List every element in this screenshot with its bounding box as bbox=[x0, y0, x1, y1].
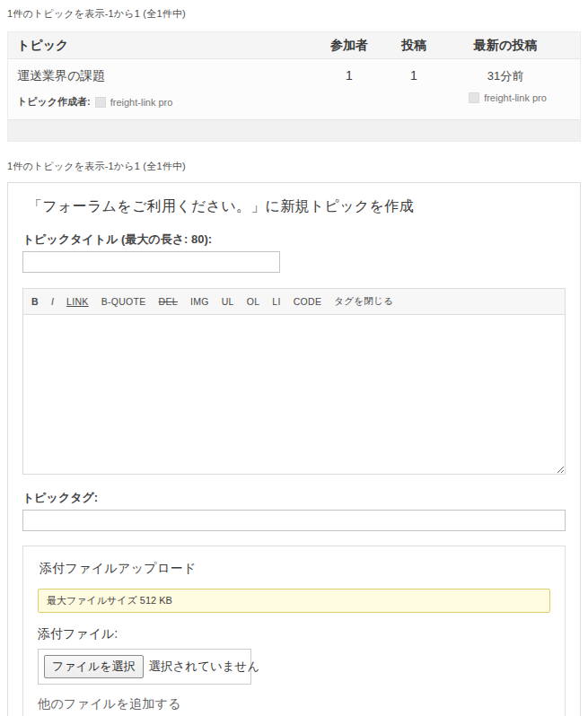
column-header-freshness: 最新の投稿 bbox=[447, 38, 564, 54]
topic-voices-count: 1 bbox=[324, 67, 374, 83]
form-heading: 「フォーラムをご利用ください。」に新規トピックを作成 bbox=[28, 197, 566, 216]
code-button[interactable]: CODE bbox=[294, 296, 322, 307]
del-button[interactable]: DEL bbox=[159, 296, 178, 307]
topic-title-label: トピックタイトル (最大の長さ: 80): bbox=[22, 231, 566, 248]
topic-content-textarea[interactable] bbox=[22, 314, 566, 475]
topics-table-footer bbox=[8, 119, 580, 141]
author-avatar bbox=[95, 97, 106, 108]
li-button[interactable]: LI bbox=[272, 296, 280, 307]
close-tags-button[interactable]: タグを閉じる bbox=[334, 295, 393, 308]
pagination-count-top: 1件のトピックを表示-1から1 (全1件中) bbox=[7, 7, 581, 21]
italic-button[interactable]: I bbox=[51, 296, 54, 307]
choose-file-button[interactable]: ファイルを選択 bbox=[44, 655, 144, 678]
topic-title-link[interactable]: 運送業界の課題 bbox=[17, 68, 105, 84]
topic-author-link[interactable]: freight-link pro bbox=[110, 97, 173, 108]
attachment-fieldset: 添付ファイルアップロード 最大ファイルサイズ 512 KB 添付ファイル: ファ… bbox=[22, 546, 566, 716]
topics-table: トピック 参加者 投稿 最新の投稿 運送業界の課題 トピック作成者: freig… bbox=[7, 31, 581, 142]
attachment-heading: 添付ファイルアップロード bbox=[39, 561, 550, 577]
link-button[interactable]: LINK bbox=[66, 296, 89, 307]
freshness-author-link[interactable]: freight-link pro bbox=[484, 92, 547, 103]
add-another-file-link[interactable]: 他のファイルを追加する bbox=[38, 696, 181, 712]
table-row: 運送業界の課題 トピック作成者: freight-link pro 1 1 31… bbox=[8, 59, 580, 119]
attachment-file-label: 添付ファイル: bbox=[38, 626, 550, 642]
new-topic-form: 「フォーラムをご利用ください。」に新規トピックを作成 トピックタイトル (最大の… bbox=[7, 182, 581, 716]
column-header-voices: 参加者 bbox=[324, 38, 374, 54]
column-header-topic: トピック bbox=[8, 38, 324, 54]
img-button[interactable]: IMG bbox=[190, 296, 209, 307]
pagination-count-bottom: 1件のトピックを表示-1から1 (全1件中) bbox=[7, 160, 581, 173]
topic-tags-input[interactable] bbox=[22, 510, 566, 531]
topic-freshness-link[interactable]: 31分前 bbox=[487, 69, 523, 83]
topic-posts-count: 1 bbox=[389, 67, 439, 83]
blockquote-button[interactable]: B-QUOTE bbox=[101, 296, 146, 307]
file-input-control[interactable]: ファイルを選択 選択されていません bbox=[38, 649, 251, 685]
started-by-label: トピック作成者: bbox=[17, 95, 91, 109]
bold-button[interactable]: B bbox=[31, 296, 39, 307]
ul-button[interactable]: UL bbox=[222, 296, 234, 307]
column-header-posts: 投稿 bbox=[389, 38, 439, 54]
max-file-size-notice: 最大ファイルサイズ 512 KB bbox=[38, 589, 550, 613]
freshness-author-avatar bbox=[469, 92, 479, 103]
freshness-author: freight-link pro bbox=[447, 92, 564, 103]
topic-started-by: トピック作成者: freight-link pro bbox=[17, 95, 324, 109]
topics-table-header: トピック 参加者 投稿 最新の投稿 bbox=[8, 32, 580, 59]
topic-content-editor: B I LINK B-QUOTE DEL IMG UL OL LI CODE タ… bbox=[22, 288, 566, 475]
ol-button[interactable]: OL bbox=[247, 296, 260, 307]
quicktags-toolbar: B I LINK B-QUOTE DEL IMG UL OL LI CODE タ… bbox=[22, 288, 566, 314]
topic-tags-label: トピックタグ: bbox=[22, 490, 566, 506]
topic-title-input[interactable] bbox=[22, 251, 280, 273]
no-file-selected-text: 選択されていません bbox=[149, 659, 260, 675]
